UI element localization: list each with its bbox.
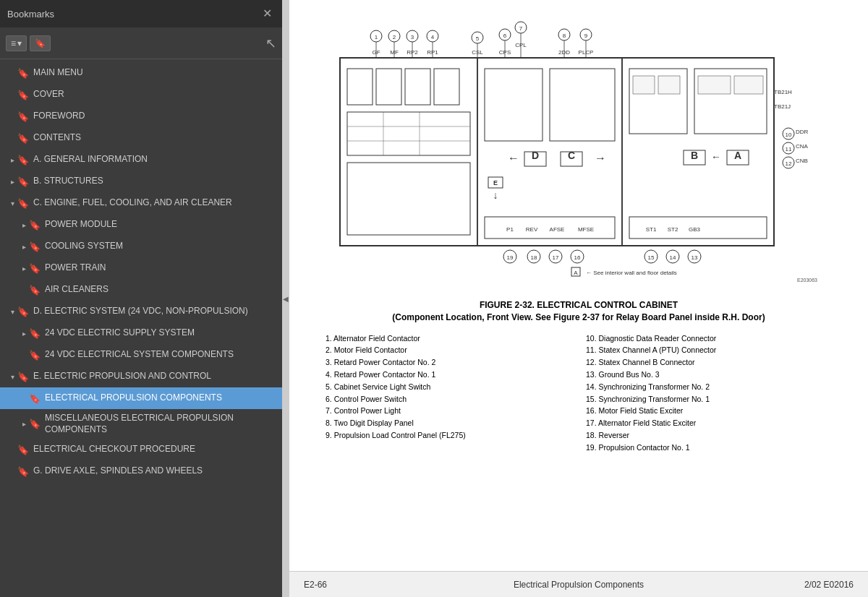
bookmark-item-elec-checkout[interactable]: 🔖 ELECTRICAL CHECKOUT PROCEDURE — [0, 439, 282, 460]
bookmark-item-air-cleaners[interactable]: 🔖 AIR CLEANERS — [0, 279, 282, 301]
bookmark-item-power-module[interactable]: 🔖 POWER MODULE — [0, 214, 282, 236]
svg-text:C: C — [568, 150, 575, 161]
bookmark-menu-button[interactable]: ≡ ▾ — [6, 35, 27, 51]
bookmark-icon: 🔖 — [17, 111, 29, 122]
bookmark-icon: 🔖 — [17, 133, 29, 144]
bookmark-item-drive-axle[interactable]: 🔖 G. DRIVE AXLE, SPINDLES AND WHEELS — [0, 460, 282, 482]
expand-arrow-icon[interactable] — [19, 330, 29, 338]
list-item: 5. Cabinet Service Light Switch — [326, 381, 571, 393]
close-button[interactable]: ✕ — [260, 7, 275, 21]
bookmark-item-general-info[interactable]: 🔖 A. GENERAL INFORMATION — [0, 149, 282, 171]
list-item: 1. Alternator Field Contactor — [326, 332, 571, 345]
bookmark-item-foreword[interactable]: 🔖 FOREWORD — [0, 106, 282, 127]
component-col-left: 1. Alternator Field Contactor 2. Motor F… — [326, 332, 571, 454]
bookmarks-header: Bookmarks ✕ — [0, 0, 282, 27]
bookmark-icon: 🔖 — [29, 393, 41, 404]
svg-text:ST1: ST1 — [646, 226, 657, 233]
panel-splitter[interactable] — [282, 0, 289, 597]
svg-text:9: 9 — [584, 33, 588, 39]
svg-text:←: ← — [508, 152, 519, 164]
component-col-right: 10. Diagnostic Data Reader Connector 11.… — [586, 332, 832, 454]
diagram-title: FIGURE 2-32. ELECTRICAL CONTROL CABINET … — [326, 299, 832, 324]
bookmark-list: 🔖 MAIN MENU 🔖 COVER 🔖 FOREWORD 🔖 CONTENT… — [0, 59, 282, 597]
bookmark-label: E. ELECTRIC PROPULSION AND CONTROL — [33, 371, 276, 382]
main-content: 1 2 3 4 7 6 5 8 9 GF MF — [289, 0, 868, 597]
bookmark-item-elec-prop-components[interactable]: 🔖 ELECTRICAL PROPULSION COMPONENTS — [0, 387, 282, 409]
bookmark-icon: 🔖 — [29, 241, 41, 252]
bookmark-item-24vdc-components[interactable]: 🔖 24 VDC ELECTRICAL SYSTEM COMPONENTS — [0, 344, 282, 366]
bookmark-icon: 🔖 — [29, 328, 41, 339]
bookmark-label: A. GENERAL INFORMATION — [33, 154, 276, 166]
svg-rect-51 — [485, 69, 542, 141]
svg-text:18: 18 — [531, 254, 537, 261]
svg-rect-41 — [376, 69, 401, 105]
list-item: 13. Ground Bus No. 3 — [586, 369, 832, 381]
expand-arrow-icon[interactable] — [7, 199, 17, 207]
svg-rect-75 — [633, 76, 655, 94]
svg-text:B: B — [691, 150, 698, 161]
list-item: 12. Statex Channel B Connector — [586, 356, 832, 369]
list-item: 11. Statex Channel A (PTU) Connector — [586, 344, 832, 356]
bookmark-icon: 🔖 — [17, 371, 29, 382]
page-footer: E2-66 Electrical Propulsion Components 2… — [289, 571, 868, 597]
footer-section-title: Electrical Propulsion Components — [487, 580, 670, 590]
svg-text:→: → — [595, 152, 606, 164]
bookmark-label: AIR CLEANERS — [45, 284, 276, 296]
expand-arrow-icon[interactable] — [19, 243, 29, 251]
svg-rect-77 — [698, 76, 731, 94]
svg-text:10: 10 — [786, 132, 792, 138]
expand-arrow-icon[interactable] — [19, 420, 29, 428]
svg-rect-45 — [347, 163, 470, 235]
bookmark-label: MAIN MENU — [33, 67, 276, 79]
bookmark-label: G. DRIVE AXLE, SPINDLES AND WHEELS — [33, 465, 276, 477]
svg-text:2: 2 — [393, 34, 396, 40]
new-bookmark-button[interactable]: 🔖 — [30, 35, 51, 51]
svg-rect-44 — [347, 112, 470, 155]
bookmark-item-engine[interactable]: 🔖 C. ENGINE, FUEL, COOLING, AND AIR CLEA… — [0, 192, 282, 214]
expand-arrow-icon[interactable] — [7, 308, 17, 316]
bookmark-item-contents[interactable]: 🔖 CONTENTS — [0, 127, 282, 149]
bookmark-item-cooling-system[interactable]: 🔖 COOLING SYSTEM — [0, 236, 282, 257]
expand-arrow-icon[interactable] — [19, 265, 29, 272]
svg-text:4: 4 — [431, 34, 435, 40]
svg-text:A: A — [574, 270, 578, 276]
diagram-title-line1: FIGURE 2-32. ELECTRICAL CONTROL CABINET — [326, 299, 832, 312]
svg-text:P1: P1 — [506, 226, 514, 233]
component-list: 1. Alternator Field Contactor 2. Motor F… — [326, 332, 832, 454]
list-icon: ≡ — [11, 38, 16, 48]
sidebar: Bookmarks ✕ ≡ ▾ 🔖 ↖ 🔖 MAIN MENU 🔖 COVER — [0, 0, 282, 597]
bookmark-label: D. ELECTRIC SYSTEM (24 VDC, NON-PROPULSI… — [33, 306, 276, 317]
svg-text:1: 1 — [375, 34, 378, 40]
svg-text:E: E — [493, 179, 498, 186]
bookmark-item-cover[interactable]: 🔖 COVER — [0, 84, 282, 106]
expand-arrow-icon[interactable] — [7, 373, 17, 381]
svg-text:AFSE: AFSE — [550, 226, 565, 233]
svg-text:14: 14 — [670, 254, 676, 261]
svg-text:A: A — [734, 150, 741, 161]
bookmark-item-24vdc-supply[interactable]: 🔖 24 VDC ELECTRIC SUPPLY SYSTEM — [0, 322, 282, 344]
bookmark-label: MISCELLANEOUS ELECTRICAL PROPULSION COMP… — [45, 413, 276, 435]
expand-arrow-icon[interactable] — [7, 156, 17, 164]
bookmark-item-electric-system[interactable]: 🔖 D. ELECTRIC SYSTEM (24 VDC, NON-PROPUL… — [0, 301, 282, 322]
bookmark-item-structures[interactable]: 🔖 B. STRUCTURES — [0, 171, 282, 192]
bookmark-item-power-train[interactable]: 🔖 POWER TRAIN — [0, 257, 282, 279]
expand-arrow-icon[interactable] — [19, 221, 29, 229]
svg-text:↓: ↓ — [493, 189, 498, 201]
bookmark-item-misc-elec[interactable]: 🔖 MISCELLANEOUS ELECTRICAL PROPULSION CO… — [0, 409, 282, 439]
bookmark-item-main-menu[interactable]: 🔖 MAIN MENU — [0, 62, 282, 84]
bookmark-label: COVER — [33, 89, 276, 100]
expand-arrow-icon[interactable] — [7, 178, 17, 186]
svg-text:7: 7 — [519, 25, 523, 32]
bookmark-icon: 🔖 — [17, 306, 29, 317]
svg-text:CNA: CNA — [796, 143, 809, 150]
svg-text:5: 5 — [476, 35, 480, 42]
svg-text:←: ← — [711, 151, 721, 163]
bookmark-label: ELECTRICAL CHECKOUT PROCEDURE — [33, 444, 276, 455]
bookmark-item-electric-propulsion[interactable]: 🔖 E. ELECTRIC PROPULSION AND CONTROL — [0, 366, 282, 387]
svg-text:ST2: ST2 — [668, 226, 678, 233]
svg-rect-78 — [734, 76, 763, 94]
svg-text:19: 19 — [507, 254, 514, 261]
bookmark-icon: 🔖 — [17, 466, 29, 477]
svg-text:TB21H: TB21H — [774, 89, 792, 95]
list-item: 8. Two Digit Display Panel — [326, 417, 571, 429]
